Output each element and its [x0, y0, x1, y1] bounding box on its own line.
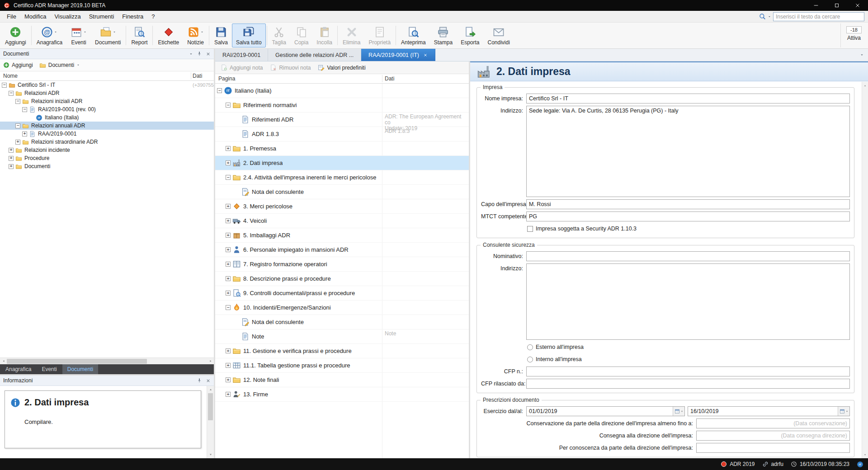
conservazione-input[interactable]: [696, 418, 850, 428]
toolbar-button-aggiungi[interactable]: Aggiungi: [1, 24, 30, 47]
documents-filter-dropdown[interactable]: Documenti: [39, 62, 80, 69]
expand-toggle-icon[interactable]: +: [226, 392, 231, 397]
esterno-radio[interactable]: [527, 344, 533, 350]
tree-item-relazioni-annuali-adr[interactable]: −Relazioni annuali ADR: [0, 122, 214, 130]
dock-tab-anagrafica[interactable]: Anagrafica: [0, 364, 36, 374]
tree-item-italiano-italia[interactable]: ITItaliano (Italia): [0, 113, 214, 122]
scroll-right-button[interactable]: [207, 358, 214, 364]
tree-item-8-descrizione-prassi-e-procedure[interactable]: +8. Descrizione prassi e procedure: [215, 272, 469, 286]
expand-toggle-icon[interactable]: +: [226, 218, 231, 223]
collapse-toggle-icon[interactable]: −: [226, 175, 231, 180]
interno-radio[interactable]: [527, 357, 533, 362]
indirizzo-impresa-textarea[interactable]: [526, 106, 850, 197]
panel-menu-chevron-icon[interactable]: [189, 52, 193, 56]
expand-toggle-icon[interactable]: +: [226, 291, 231, 296]
scrollbar-thumb[interactable]: [208, 393, 213, 420]
tree-item-riferimenti-adr[interactable]: Riferimenti ADRADR: The European Agreeme…: [215, 113, 469, 127]
document-tab-rai-2019-0001[interactable]: RAI/2019-0001: [215, 49, 268, 61]
toolbar-button-notizie[interactable]: Notizie: [183, 24, 208, 47]
status-user[interactable]: adrfu: [762, 461, 783, 467]
tree-item-4-veicoli[interactable]: +4. Veicoli: [215, 214, 469, 228]
expand-toggle-icon[interactable]: +: [22, 132, 27, 136]
expand-toggle-icon[interactable]: +: [226, 233, 231, 238]
cfp-input[interactable]: [526, 367, 850, 376]
collapse-toggle-icon[interactable]: −: [226, 305, 231, 310]
toolbar-button-etichette[interactable]: Etichette: [154, 24, 183, 47]
toolbar-button-stampa[interactable]: Stampa: [430, 24, 457, 47]
tree-item-1-premessa[interactable]: +1. Premessa: [215, 141, 469, 156]
pin-icon[interactable]: [197, 51, 202, 56]
esercizio-al-field[interactable]: 16/10/2019: [688, 406, 850, 416]
expand-toggle-icon[interactable]: +: [9, 148, 14, 153]
collapse-toggle-icon[interactable]: −: [217, 88, 222, 93]
status-adr[interactable]: ADR 2019: [721, 461, 755, 467]
menu-modifica[interactable]: Modifica: [20, 11, 50, 22]
tree-item-7-registro-formazione-operatori[interactable]: +7. Registro formazione operatori: [215, 257, 469, 272]
collapse-toggle-icon[interactable]: −: [2, 83, 7, 88]
tree-item-rai-2019-0001-rev-00[interactable]: −RAI/2019-0001 (rev. 00): [0, 105, 214, 113]
esercizio-dal-field[interactable]: 01/01/2019: [526, 406, 685, 416]
toolbar-button-report[interactable]: Report: [127, 24, 151, 47]
tree-item-relazioni-iniziali-adr[interactable]: −Relazioni iniziali ADR: [0, 97, 214, 105]
expand-toggle-icon[interactable]: +: [226, 348, 231, 353]
horizontal-scrollbar[interactable]: [0, 357, 214, 364]
toolbar-button-condividi[interactable]: Condividi: [484, 24, 514, 47]
tree-item-certifico-srl-it[interactable]: −Certifico Srl - IT(+3907555: [0, 81, 214, 89]
toolbar-button-documenti[interactable]: Documenti: [91, 24, 125, 47]
consegna-input[interactable]: [696, 431, 850, 441]
expand-toggle-icon[interactable]: +: [226, 377, 231, 382]
cfp-rilasciato-input[interactable]: [526, 379, 850, 389]
expand-toggle-icon[interactable]: +: [226, 363, 231, 368]
expand-toggle-icon[interactable]: +: [226, 262, 231, 267]
tree-item-relazioni-incidente[interactable]: +Relazioni incidente: [0, 146, 214, 154]
tree-item-2-dati-impresa[interactable]: +2. Dati impresa: [215, 156, 469, 170]
menu-file[interactable]: File: [3, 11, 20, 22]
tree-item-9-controlli-documentali-prassi-e-procedure[interactable]: +9. Controlli documentali/prassi e proce…: [215, 286, 469, 301]
tab-overflow-chevron-icon[interactable]: [860, 53, 864, 57]
scroll-up-button[interactable]: [207, 386, 214, 393]
scroll-left-button[interactable]: [0, 358, 7, 364]
tree-item-6-personale-impiegato-in-mansioni-adr[interactable]: +6. Personale impiegato in mansioni ADR: [215, 243, 469, 257]
tree-item-raa-2019-0001[interactable]: +RAA/2019-0001: [0, 130, 214, 138]
scrollbar-track[interactable]: [207, 393, 214, 451]
tree-item-documenti[interactable]: +Documenti: [0, 162, 214, 170]
status-language[interactable]: IT: [857, 461, 863, 468]
collapse-toggle-icon[interactable]: −: [9, 91, 14, 96]
toolbar-button-eventi[interactable]: Eventi: [66, 24, 91, 47]
conoscenza-input[interactable]: [696, 443, 850, 453]
expand-toggle-icon[interactable]: +: [226, 204, 231, 209]
pages-toolbar-button-valori-predefiniti[interactable]: Valori predefiniti: [315, 63, 368, 72]
toolbar-button-salva[interactable]: Salva: [210, 24, 232, 47]
tree-item-10-incidenti-emergenze-sanzioni[interactable]: −10. Incidenti/Emergenze/Sanzioni: [215, 301, 469, 315]
column-dati[interactable]: Dati: [385, 75, 394, 82]
minimize-button[interactable]: [806, 0, 826, 11]
document-tab-gestione-delle-relazioni-adr[interactable]: Gestione delle relazioni ADR ...: [268, 49, 361, 61]
menu-strumenti[interactable]: Strumenti: [85, 11, 118, 22]
tree-item-note[interactable]: NoteNote: [215, 329, 469, 344]
document-tab-raa-2019-0001-it[interactable]: RAA/2019-0001 (IT): [361, 49, 435, 61]
column-nome[interactable]: Nome: [3, 73, 18, 79]
menu-visualizza[interactable]: Visualizza: [50, 11, 85, 22]
tree-item-italiano-italia[interactable]: −ITItaliano (Italia): [215, 84, 469, 98]
info-scrollbar[interactable]: [207, 386, 214, 458]
tree-item-nota-del-consulente[interactable]: Nota del consulente: [215, 315, 469, 329]
maximize-button[interactable]: [826, 0, 847, 11]
collapse-toggle-icon[interactable]: −: [15, 123, 20, 128]
tree-item-11-gestione-e-verifica-prassi-e-procedure[interactable]: +11. Gestione e verifica prassi e proced…: [215, 344, 469, 358]
tree-item-11-1-tabella-gestione-prassi-e-procedure[interactable]: +11.1. Tabella gestione prassi e procedu…: [215, 358, 469, 373]
tree-item-12-note-finali[interactable]: +12. Note finali: [215, 373, 469, 387]
scroll-up-button[interactable]: [862, 82, 868, 89]
tree-item-relazioni-straordinarie-adr[interactable]: +Relazioni straordinarie ADR: [0, 138, 214, 146]
tree-item-13-firme[interactable]: +13. Firme: [215, 387, 469, 402]
tree-item-nota-del-consulente[interactable]: Nota del consulente: [215, 185, 469, 199]
column-pagina[interactable]: Pagina: [218, 75, 235, 82]
tree-item-5-imballaggi-adr[interactable]: +5. Imballaggi ADR: [215, 228, 469, 243]
column-dati[interactable]: Dati: [193, 73, 202, 79]
scrollbar-track[interactable]: [862, 89, 868, 451]
nominativo-input[interactable]: [526, 251, 850, 261]
nome-impresa-input[interactable]: [526, 94, 850, 103]
search-options-chevron-icon[interactable]: [768, 15, 771, 19]
tree-item-adr-1-8-3[interactable]: ADR 1.8.3ADR 1.8.3: [215, 127, 469, 141]
indirizzo-consulente-textarea[interactable]: [526, 263, 850, 340]
menu-item[interactable]: ?: [147, 11, 159, 22]
